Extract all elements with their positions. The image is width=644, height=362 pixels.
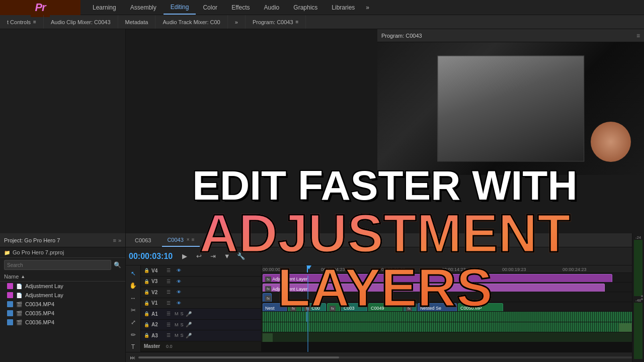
tl-tool-rolling[interactable]: ⇥: [207, 250, 219, 262]
nav-graphics[interactable]: Graphics: [286, 0, 325, 15]
tl-tool-text[interactable]: T: [128, 342, 139, 352]
track-lock-v4[interactable]: 🔒: [144, 268, 149, 273]
tl-tool-settings[interactable]: 🔧: [235, 250, 247, 262]
project-item-2[interactable]: 🎬 C0034.MP4: [0, 300, 125, 309]
track-label-v2: 🔒 V2 ☰ 👁: [141, 287, 261, 298]
tab-program-monitor[interactable]: Program: C0043 ≡: [246, 15, 306, 29]
tl-tab-close[interactable]: ×: [187, 237, 190, 242]
video-preview: [377, 42, 644, 175]
nav-learning[interactable]: Learning: [86, 0, 123, 15]
nav-effects[interactable]: Effects: [224, 0, 257, 15]
tl-scrollbar[interactable]: [138, 356, 640, 358]
clip-c00[interactable]: fx C00: [302, 303, 326, 312]
tl-tool-zoom[interactable]: ↔: [128, 293, 139, 303]
track-lock-a1[interactable]: 🔒: [144, 311, 149, 316]
project-item-3[interactable]: 🎬 C0035.MP4: [0, 309, 125, 318]
track-visibility-v3[interactable]: 👁: [175, 278, 183, 286]
clip-c0050[interactable]: C0050.MP: [458, 303, 503, 312]
track-row-v2[interactable]: fx: [262, 292, 644, 302]
tl-tool-razor[interactable]: ✂: [128, 305, 139, 315]
track-mic-a2[interactable]: 🎤: [186, 322, 192, 327]
tl-tool-pen[interactable]: ✏: [128, 329, 139, 339]
project-item-1[interactable]: 📄 Adjustment Lay: [0, 291, 125, 300]
clip-nested-se[interactable]: Nested Se: [418, 303, 457, 312]
timeline-ruler[interactable]: 00:00:00 00:00:04:23 00:00:09:23 00:00:1…: [262, 265, 644, 273]
track-lock-v1[interactable]: 🔒: [144, 301, 149, 306]
clip-c003[interactable]: C003: [341, 303, 367, 312]
waveform-a1: [263, 312, 634, 322]
track-settings-v3[interactable]: ☰: [165, 278, 173, 286]
track-labels: 🔒 V4 ☰ 👁 🔒 V3 ☰ 👁 🔒 V: [141, 265, 262, 352]
nav-color[interactable]: Color: [196, 0, 224, 15]
track-settings-a3[interactable]: ☰: [165, 331, 173, 339]
monitor-menu-icon[interactable]: ≡: [636, 32, 640, 39]
track-lock-a2[interactable]: 🔒: [144, 322, 149, 327]
project-search-icon[interactable]: 🔍: [114, 261, 121, 268]
project-panel-expand[interactable]: »: [118, 237, 121, 243]
item-color-2: [7, 301, 13, 307]
track-row-a3[interactable]: [262, 332, 644, 342]
tl-tool-play[interactable]: ▶: [179, 250, 191, 262]
project-item-0[interactable]: 📄 Adjustment Lay: [0, 282, 125, 291]
tab-more[interactable]: »: [228, 15, 246, 29]
tl-tab-menu-icon[interactable]: ≡: [192, 237, 195, 242]
tl-tab-c0043[interactable]: C0043 × ≡: [162, 233, 199, 247]
clip-fx2[interactable]: fx: [327, 303, 340, 312]
track-mic-a3[interactable]: 🎤: [186, 333, 192, 338]
clip-v2[interactable]: fx: [263, 293, 272, 302]
tab-audio-track-mixer[interactable]: Audio Track Mixer: C00: [155, 15, 227, 29]
project-item-4[interactable]: 🎬 C0036.MP4: [0, 318, 125, 327]
tab-audio-clip-mixer[interactable]: Audio Clip Mixer: C0043: [44, 15, 118, 29]
clip-adjustment-v4[interactable]: fx Adjustment Layer: [263, 274, 612, 283]
clip-adjustment-v3[interactable]: fx Adjustment Layer: [263, 284, 605, 292]
col-sort-arrow: ▲: [21, 274, 25, 279]
item-file-icon-0: 📄: [16, 284, 22, 289]
clip-fx3[interactable]: fx: [404, 303, 417, 312]
clip-c0049[interactable]: C0049: [368, 303, 403, 312]
track-visibility-v4[interactable]: 👁: [175, 266, 183, 275]
panel-tab-row: t Controls ≡ Audio Clip Mixer: C0043 Met…: [0, 15, 644, 29]
tl-tool-selection[interactable]: ↖: [128, 268, 139, 279]
scroll-dot-1: [641, 295, 643, 297]
track-mic-a1[interactable]: 🎤: [186, 311, 192, 317]
nav-libraries[interactable]: Libraries: [325, 0, 362, 15]
track-lock-v2[interactable]: 🔒: [144, 290, 149, 295]
nav-assembly[interactable]: Assembly: [123, 0, 164, 15]
tl-tool-hand[interactable]: ✋: [128, 281, 139, 291]
track-settings-a2[interactable]: ☰: [165, 321, 173, 329]
tl-end-btn[interactable]: ⏭: [130, 354, 135, 360]
tl-tab-c0063[interactable]: C0063: [130, 233, 156, 247]
tl-tool-ripple[interactable]: ↩: [193, 250, 205, 262]
nav-editing[interactable]: Editing: [164, 0, 196, 15]
ruler-mark-3: 00:00:14:23: [442, 267, 466, 272]
timeline-timecode: 00:00:03:10: [129, 252, 173, 261]
track-visibility-v2[interactable]: 👁: [175, 288, 183, 296]
track-lock-v3[interactable]: 🔒: [144, 279, 149, 284]
clip-fx1[interactable]: fx: [288, 303, 301, 312]
track-settings-v2[interactable]: ☰: [165, 288, 173, 296]
tab-metadata[interactable]: Metadata: [118, 15, 156, 29]
track-row-a2[interactable]: [262, 322, 644, 333]
nav-audio[interactable]: Audio: [257, 0, 287, 15]
track-row-v4[interactable]: fx Adjustment Layer: [262, 273, 644, 283]
track-settings-v1[interactable]: ☰: [165, 299, 173, 307]
track-label-v4: 🔒 V4 ☰ 👁: [141, 265, 261, 277]
track-settings-a1[interactable]: ☰: [165, 310, 173, 318]
track-row-a1[interactable]: [262, 312, 644, 322]
project-col-header[interactable]: Name ▲: [0, 272, 125, 282]
item-file-icon-2: 🎬: [16, 302, 22, 307]
master-vol: 0.0: [166, 344, 173, 349]
nav-more[interactable]: »: [362, 4, 373, 11]
track-settings-v4[interactable]: ☰: [165, 266, 173, 275]
track-visibility-v1[interactable]: 👁: [175, 299, 183, 307]
track-row-v1[interactable]: Nest fx fx C00 fx C003: [262, 302, 644, 312]
tl-tool-snap[interactable]: ▼: [221, 250, 233, 262]
track-lock-a3[interactable]: 🔒: [144, 333, 149, 338]
item-color-0: [7, 283, 13, 289]
project-search-input[interactable]: [4, 260, 111, 270]
tab-effect-controls[interactable]: t Controls ≡: [0, 15, 44, 29]
clip-nest[interactable]: Nest: [263, 303, 287, 312]
track-row-v3[interactable]: fx Adjustment Layer: [262, 283, 644, 292]
tl-tool-slip[interactable]: ⤢: [128, 317, 139, 327]
project-panel-menu[interactable]: ≡: [113, 237, 116, 243]
